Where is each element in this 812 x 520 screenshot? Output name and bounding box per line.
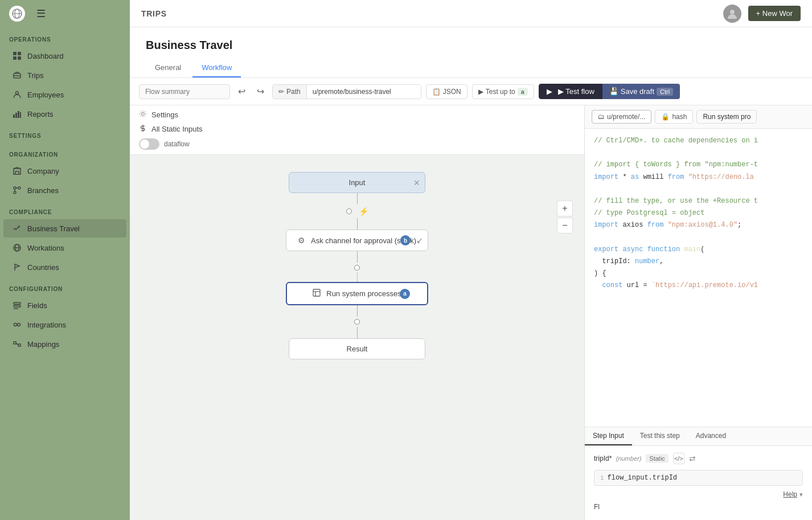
sidebar-item-employees[interactable]: Employees bbox=[3, 85, 126, 104]
field-static-badge: Static bbox=[646, 454, 669, 463]
preview-section: Fl bbox=[594, 503, 803, 511]
new-workflow-button[interactable]: + New Wor bbox=[748, 6, 801, 21]
play-icon-2: ▶ bbox=[547, 87, 552, 96]
code-area[interactable]: // Ctrl/CMD+. to cache dependencies on i… bbox=[585, 129, 812, 427]
code-line-5 bbox=[594, 184, 803, 195]
path-group: ✏ Path bbox=[272, 84, 421, 99]
svg-point-31 bbox=[142, 113, 145, 116]
sidebar-item-mappings[interactable]: Mappings bbox=[3, 335, 126, 353]
tab-workflow[interactable]: Workflow bbox=[192, 59, 241, 77]
code-line-6: // fill the type, or use the +Resource t bbox=[594, 196, 803, 207]
sidebar-item-branches[interactable]: Branches bbox=[3, 181, 126, 199]
input-node-close[interactable]: ✕ bbox=[413, 178, 420, 187]
step-tab-input[interactable]: Step Input bbox=[585, 427, 632, 445]
step-tab-advanced[interactable]: Advanced bbox=[688, 427, 734, 445]
connector-line-5 bbox=[357, 327, 358, 338]
svg-rect-11 bbox=[15, 113, 17, 118]
sidebar-item-workations[interactable]: Workations bbox=[3, 239, 126, 257]
sidebar-logo bbox=[9, 6, 25, 22]
line-number: 1 bbox=[600, 474, 604, 481]
canvas-area[interactable]: Input ✕ ⚡ ⚙ bbox=[130, 155, 584, 520]
hamburger-icon[interactable]: ☰ bbox=[36, 7, 46, 20]
sidebar-label-countries: Countries bbox=[27, 263, 59, 272]
sidebar-item-dashboard[interactable]: Dashboard bbox=[3, 47, 126, 65]
sidebar-item-reports[interactable]: Reports bbox=[3, 105, 126, 123]
settings-icon bbox=[139, 110, 147, 120]
code-line-2 bbox=[594, 148, 803, 158]
code-value: flow_input.tripId bbox=[608, 474, 677, 482]
code-panel: 🗂 u/premote/... 🔒 hash Run system pro //… bbox=[584, 105, 812, 520]
section-configuration: CONFIGURATION bbox=[0, 277, 130, 296]
section-compliance: COMPLIANCE bbox=[0, 200, 130, 219]
sidebar-label-company: Company bbox=[27, 167, 59, 175]
slack-node[interactable]: ⚙ Ask channel for approval (slack) b ↙ bbox=[286, 230, 428, 251]
play-icon: ▶ bbox=[478, 88, 483, 96]
page-title: Business Travel bbox=[146, 39, 796, 52]
grid-icon bbox=[13, 51, 22, 60]
zoom-in-button[interactable]: + bbox=[557, 200, 573, 216]
pencil-icon: ✏ bbox=[278, 88, 284, 96]
dataflow-toggle[interactable] bbox=[139, 138, 159, 150]
connector-dot-2[interactable] bbox=[354, 265, 360, 271]
code-value-box[interactable]: 1 flow_input.tripId bbox=[594, 470, 803, 486]
lock-icon: 🔒 bbox=[661, 113, 670, 121]
section-operations: OPERATIONS bbox=[0, 27, 130, 46]
system-node[interactable]: Run system processes a bbox=[286, 282, 428, 305]
sidebar-item-business-travel[interactable]: Business Travel bbox=[3, 219, 126, 238]
sidebar-item-trips[interactable]: Trips bbox=[3, 66, 126, 84]
sidebar-item-countries[interactable]: Countries bbox=[3, 258, 126, 276]
path-label-button[interactable]: ✏ Path bbox=[273, 85, 307, 99]
sidebar-item-company[interactable]: Company bbox=[3, 162, 126, 180]
page-breadcrumb: TRIPS bbox=[141, 9, 167, 18]
code-line-8: import axios from "npm:axios@1.4.0"; bbox=[594, 220, 803, 231]
code-line-10: export async function main( bbox=[594, 244, 803, 255]
connector-dot-3[interactable] bbox=[354, 319, 360, 325]
json-button[interactable]: 📋 JSON bbox=[426, 84, 467, 99]
code-line-13: const url = `https://api.premote.io/v1 bbox=[594, 280, 803, 291]
test-flow-button[interactable]: ▶ ▶ Test flow bbox=[539, 84, 602, 99]
gear-icon-slack: ⚙ bbox=[298, 236, 305, 245]
integrations-icon bbox=[13, 320, 22, 329]
sidebar-label-reports: Reports bbox=[27, 110, 54, 118]
result-node[interactable]: Result bbox=[289, 338, 425, 359]
code-tab-hash[interactable]: 🔒 hash bbox=[655, 110, 693, 124]
section-organization: ORGANIZATION bbox=[0, 142, 130, 161]
code-toggle-icon[interactable]: </> bbox=[673, 453, 684, 464]
tab-general[interactable]: General bbox=[146, 59, 190, 77]
run-system-button[interactable]: Run system pro bbox=[696, 110, 757, 124]
redo-button[interactable]: ↪ bbox=[253, 84, 268, 99]
test-up-button[interactable]: ▶ Test up to a bbox=[472, 84, 534, 99]
svg-rect-13 bbox=[20, 112, 21, 118]
help-row: Help ▾ bbox=[594, 490, 803, 498]
undo-button[interactable]: ↩ bbox=[235, 84, 249, 99]
svg-point-17 bbox=[14, 187, 16, 189]
input-node[interactable]: Input ✕ bbox=[289, 172, 425, 193]
flag-icon bbox=[13, 263, 22, 272]
connector-dot-1[interactable] bbox=[346, 208, 352, 214]
svg-point-18 bbox=[18, 187, 20, 189]
svg-rect-6 bbox=[18, 56, 21, 60]
help-link[interactable]: Help bbox=[783, 490, 797, 498]
flow-summary-input[interactable] bbox=[139, 84, 230, 99]
flow-container: Input ✕ ⚡ ⚙ bbox=[141, 166, 573, 359]
fields-icon bbox=[13, 301, 22, 310]
field-label-tripid: tripId* (number) bbox=[594, 455, 641, 462]
all-static-row: All Static Inputs bbox=[139, 124, 575, 134]
zoom-out-button[interactable]: − bbox=[557, 218, 573, 234]
sidebar-item-integrations[interactable]: Integrations bbox=[3, 316, 126, 334]
path-input[interactable] bbox=[307, 85, 421, 99]
save-draft-button[interactable]: 💾 Save draft Ctrl bbox=[602, 84, 680, 99]
sidebar-item-fields[interactable]: Fields bbox=[3, 296, 126, 314]
step-tab-test[interactable]: Test this step bbox=[632, 427, 688, 445]
code-tab-path[interactable]: 🗂 u/premote/... bbox=[592, 110, 651, 124]
json-icon: 📋 bbox=[432, 88, 441, 96]
chevron-down-icon[interactable]: ▾ bbox=[799, 491, 803, 498]
plane-icon bbox=[13, 224, 22, 233]
system-node-label: Run system processes bbox=[326, 289, 401, 298]
svg-rect-4 bbox=[18, 52, 21, 55]
connector-line-2 bbox=[357, 218, 358, 230]
svg-rect-24 bbox=[14, 302, 20, 304]
canvas-column: Settings All Static Inputs bbox=[130, 105, 584, 520]
avatar[interactable] bbox=[723, 5, 741, 23]
page-tabs: General Workflow bbox=[146, 59, 796, 77]
